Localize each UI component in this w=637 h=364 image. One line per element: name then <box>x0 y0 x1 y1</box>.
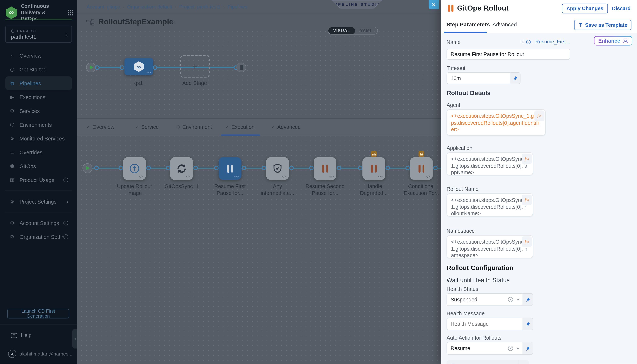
enhance-ai-button[interactable]: Enhance AI <box>594 36 632 46</box>
visual-toggle[interactable]: VISUAL <box>328 27 355 34</box>
project-selector[interactable]: ⬡ PROJECT parth-test1 › <box>5 26 72 43</box>
step-node-resume-first-pause[interactable] <box>218 157 241 180</box>
stage-node-gs1[interactable]: ∞ <box>124 58 153 75</box>
agent-field[interactable]: <+execution.steps.GitOpsSync_1.gitops.di… <box>446 109 546 136</box>
sidebar-item-services[interactable]: ⚙ Services <box>5 104 72 118</box>
info-icon[interactable]: i <box>526 40 530 44</box>
tab-step-parameters[interactable]: Step Parameters <box>446 22 490 28</box>
tab-advanced[interactable]: Advanced <box>492 22 517 28</box>
tab-overview[interactable]: ✓ Overview <box>86 124 114 130</box>
step-node-any-intermediate[interactable] <box>266 157 289 180</box>
timeout-input[interactable] <box>447 73 510 84</box>
namespace-field[interactable]: <+execution.steps.GitOpsSync_1.gitops.di… <box>446 235 533 258</box>
application-field[interactable]: <+execution.steps.GitOpsSync_1.gitops.di… <box>446 152 533 175</box>
active-tab-underline <box>444 32 487 34</box>
connector-port <box>193 166 198 170</box>
chevron-down-icon[interactable] <box>516 346 520 350</box>
name-input[interactable] <box>446 49 570 60</box>
pin-button[interactable] <box>510 73 520 84</box>
launch-cd-first-gen-button[interactable]: Launch CD First Generation <box>8 308 69 318</box>
help-chat-icon: ? <box>11 333 17 338</box>
breadcrumb-bar: Account: gitops › Organization: default … <box>77 0 441 14</box>
stage-connector-line <box>87 67 239 68</box>
sidebar-item-get-started[interactable]: ◷ Get Started <box>5 62 72 76</box>
edit-pencil-icon[interactable]: ✎ <box>172 19 176 25</box>
pin-button[interactable] <box>522 294 533 306</box>
pause-icon <box>371 165 377 172</box>
play-icon <box>90 65 94 70</box>
sidebar-item-account-settings[interactable]: ⚙ Account Settings i <box>5 216 72 230</box>
tab-environment[interactable]: ⬡ Environment <box>176 124 212 130</box>
tab-execution[interactable]: ✓ Execution <box>226 124 254 130</box>
clear-icon[interactable] <box>508 296 514 302</box>
account-settings-icon: ⚙ <box>9 220 15 226</box>
breadcrumb-separator: › <box>123 4 124 9</box>
step-node-handle-degraded[interactable] <box>362 157 385 180</box>
connector-port <box>242 166 246 170</box>
expression-fx-icon[interactable]: f(x) <box>522 194 532 205</box>
sidebar-item-project-settings[interactable]: ⚙ Project Settings › <box>5 194 72 208</box>
check-icon: ✓ <box>226 125 229 129</box>
pin-button[interactable] <box>522 342 533 354</box>
chevron-down-icon[interactable] <box>516 297 520 302</box>
sidebar-item-pipelines[interactable]: ⧉ Pipelines <box>5 76 72 90</box>
health-status-select[interactable]: Suspended <box>446 293 533 306</box>
rollout-name-field[interactable]: <+execution.steps.GitOpsSync_1.gitops.di… <box>446 193 533 216</box>
step-node-resume-second-pause[interactable] <box>314 157 336 180</box>
step-node-conditional-execution[interactable] <box>410 157 432 180</box>
execution-start-node[interactable] <box>82 163 92 173</box>
expression-fx-icon[interactable]: f(x) <box>534 110 544 121</box>
yaml-toggle[interactable]: YAML <box>355 27 378 34</box>
tab-advanced[interactable]: ✓ Advanced <box>272 124 301 130</box>
breadcrumb-account-link[interactable]: Account: gitops <box>86 4 120 10</box>
sidebar-item-executions[interactable]: ▶ Executions <box>5 90 72 104</box>
tab-service[interactable]: ✓ Service <box>135 124 159 130</box>
sidebar-item-product-usage[interactable]: ▦ Product Usage i <box>5 173 72 187</box>
breadcrumb-project-link[interactable]: Project: parth-test1 <box>179 4 220 10</box>
connector-port <box>289 166 294 170</box>
pipeline-start-node[interactable] <box>86 62 96 72</box>
help-button[interactable]: ? Help <box>11 332 32 338</box>
add-stage-button[interactable]: + <box>180 55 210 78</box>
module-switcher-icon[interactable] <box>68 10 73 16</box>
breadcrumb-org-link[interactable]: Organization: default <box>127 4 172 10</box>
save-as-template-button[interactable]: Save as Template <box>574 20 631 30</box>
clear-icon[interactable] <box>508 345 514 352</box>
application-label: Application <box>446 145 630 150</box>
close-panel-button[interactable]: ✕ <box>429 0 439 10</box>
project-cube-icon: ⬡ <box>11 29 15 33</box>
health-message-field <box>446 318 533 330</box>
pipeline-title: RolloutStepExample <box>98 18 174 26</box>
connector-port <box>94 166 98 170</box>
user-account[interactable]: A akshit.madan@harnes... <box>8 350 72 358</box>
sidebar-item-monitored-services[interactable]: ⚙ Monitored Services <box>5 132 72 146</box>
services-icon: ⚙ <box>9 108 15 114</box>
step-node-gitopssync-1[interactable] <box>170 157 193 180</box>
sidebar-item-overview[interactable]: ⌂ Overview <box>5 49 72 62</box>
sidebar-item-overrides[interactable]: ≣ Overrides <box>5 146 72 159</box>
discard-button[interactable]: Discard <box>612 6 630 12</box>
sidebar-collapse-handle[interactable]: ◂ <box>72 329 77 348</box>
add-stage-label: Add Stage <box>174 80 215 86</box>
sidebar-item-organization-settings[interactable]: ⚙ Organization Settings i <box>5 230 72 244</box>
sidebar-item-gitops[interactable]: ⬢ GitOps <box>5 159 72 173</box>
pin-icon <box>525 297 530 302</box>
breadcrumb-separator: › <box>175 4 176 9</box>
sidebar-item-environments[interactable]: ⬡ Environments <box>5 118 72 132</box>
stop-icon <box>240 65 243 70</box>
auto-action-select[interactable]: Resume <box>446 342 533 354</box>
pipeline-end-node[interactable] <box>236 62 246 72</box>
pin-button[interactable] <box>522 318 533 330</box>
product-usage-icon: ▦ <box>9 177 15 183</box>
health-message-input[interactable] <box>447 318 522 330</box>
step-label: Resume SecondPause for... <box>300 183 349 196</box>
execution-graph: Update RolloutImage GitOpsSync_1 Resume … <box>77 136 441 364</box>
breadcrumb-pipelines-link[interactable]: Pipelines <box>228 4 248 10</box>
step-node-update-rollout-image[interactable] <box>123 157 146 180</box>
expression-fx-icon[interactable]: f(x) <box>522 154 532 164</box>
auto-action-label: Auto Action for Rollouts <box>446 335 630 340</box>
expression-fx-icon[interactable]: f(x) <box>522 236 532 247</box>
info-icon: i <box>63 234 68 239</box>
rollout-configuration-heading: Rollout Configuration <box>446 264 630 272</box>
apply-changes-button[interactable]: Apply Changes <box>562 4 608 14</box>
